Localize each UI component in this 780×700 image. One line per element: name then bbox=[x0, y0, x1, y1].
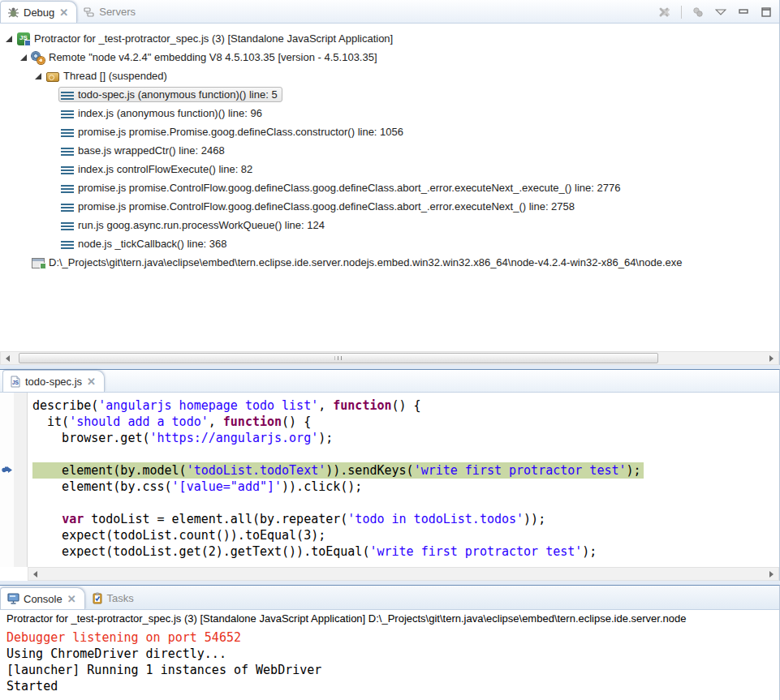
tab-label: Servers bbox=[99, 6, 136, 18]
tasks-clipboard-icon bbox=[92, 592, 103, 604]
stack-frame-icon bbox=[61, 129, 74, 137]
tree-item[interactable]: promise.js promise.Promise.goog.defineCl… bbox=[0, 122, 779, 141]
tree-item[interactable]: Thread [] (suspended) bbox=[0, 67, 779, 85]
tree-item-content: Protractor for _test-protractor_spec.js … bbox=[15, 31, 398, 47]
close-icon[interactable]: ✕ bbox=[58, 7, 69, 18]
annotation-ruler[interactable] bbox=[0, 393, 14, 567]
debug-view: Debug ✕ Servers bbox=[0, 0, 780, 365]
debug-horizontal-scrollbar[interactable] bbox=[0, 351, 779, 365]
minimize-icon[interactable] bbox=[735, 4, 752, 20]
tree-item[interactable]: D:\_Projects\git\tern.java\eclipse\embed… bbox=[0, 253, 779, 272]
tab-todo-spec-js[interactable]: JS todo-spec.js ✕ bbox=[2, 370, 105, 392]
console-line: Debugger listening on port 54652 bbox=[6, 629, 779, 646]
scroll-left-arrow-icon[interactable] bbox=[28, 568, 42, 580]
editor-horizontal-scrollbar[interactable] bbox=[28, 567, 779, 581]
debug-current-instruction-pointer-icon bbox=[2, 466, 13, 475]
scroll-right-arrow-icon[interactable] bbox=[765, 352, 778, 364]
tree-item[interactable]: index.js (anonymous function)() line: 96 bbox=[0, 104, 779, 122]
tree-item-content: run.js goog.async.run.processWorkQueue()… bbox=[58, 217, 330, 233]
console-monitor-icon bbox=[7, 593, 19, 604]
tree-item[interactable]: base.js wrappedCtr() line: 2468 bbox=[0, 141, 779, 160]
folding-ruler[interactable] bbox=[14, 393, 28, 567]
stack-frame-icon bbox=[61, 204, 74, 212]
code-line: element(by.css('[value="add"]')).click()… bbox=[32, 479, 779, 495]
code-line: element(by.model('todoList.todoText')).s… bbox=[32, 462, 779, 479]
tree-item[interactable]: promise.js promise.ControlFlow.goog.defi… bbox=[0, 178, 779, 197]
tab-label: Debug bbox=[24, 6, 54, 19]
tree-item-label: promise.js promise.ControlFlow.goog.defi… bbox=[78, 182, 620, 194]
code-line: describe('angularjs homepage todo list',… bbox=[32, 397, 779, 414]
tree-item-label: Remote "node v4.2.4" embedding V8 4.5.10… bbox=[49, 51, 377, 63]
debug-launch-tree[interactable]: Protractor for _test-protractor_spec.js … bbox=[0, 24, 779, 351]
tree-item[interactable]: Protractor for _test-protractor_spec.js … bbox=[0, 29, 779, 48]
console-output[interactable]: Debugger listening on port 54652Using Ch… bbox=[0, 628, 779, 694]
tree-item-content: todo-spec.js (anonymous function)() line… bbox=[58, 87, 282, 102]
editor-body: describe('angularjs homepage todo list',… bbox=[0, 393, 779, 567]
tree-item-content: promise.js promise.ControlFlow.goog.defi… bbox=[58, 199, 580, 214]
scrollbar-grip-icon bbox=[335, 356, 343, 360]
tree-item-label: index.js (anonymous function)() line: 96 bbox=[78, 107, 262, 119]
tree-item-content: promise.js promise.Promise.goog.defineCl… bbox=[58, 124, 408, 140]
tree-item[interactable]: todo-spec.js (anonymous function)() line… bbox=[0, 85, 779, 104]
close-icon[interactable]: ✕ bbox=[67, 594, 77, 604]
twistie-placeholder bbox=[49, 183, 58, 193]
tree-item[interactable]: node.js _tickCallback() line: 368 bbox=[0, 234, 779, 253]
tab-tasks[interactable]: Tasks bbox=[85, 587, 141, 609]
expand-arrow-icon[interactable] bbox=[5, 34, 15, 44]
tree-item-label: base.js wrappedCtr() line: 2468 bbox=[78, 144, 225, 157]
stack-frame-icon bbox=[61, 222, 74, 230]
remote-process-icon bbox=[32, 51, 45, 64]
twistie-placeholder bbox=[49, 221, 58, 230]
expand-arrow-icon[interactable] bbox=[34, 71, 44, 81]
code-line-text: expect(todoList.count()).toEqual(3); bbox=[32, 527, 325, 543]
current-instruction-line: element(by.model('todoList.todoText')).s… bbox=[32, 462, 644, 479]
code-line: var todoList = element.all(by.repeater('… bbox=[32, 511, 779, 527]
console-process-description: Protractor for _test-protractor_spec.js … bbox=[0, 610, 779, 628]
toolbar-separator bbox=[681, 6, 682, 19]
disconnect-icon[interactable] bbox=[690, 4, 706, 20]
twistie-placeholder bbox=[49, 146, 58, 156]
tab-debug[interactable]: Debug ✕ bbox=[0, 1, 77, 23]
view-menu-icon[interactable] bbox=[713, 4, 729, 20]
scroll-right-arrow-icon[interactable] bbox=[765, 568, 778, 580]
tree-item[interactable]: Remote "node v4.2.4" embedding V8 4.5.10… bbox=[0, 48, 779, 67]
code-line bbox=[32, 495, 779, 511]
tree-item-label: Protractor for _test-protractor_spec.js … bbox=[34, 32, 393, 45]
tree-item[interactable]: promise.js promise.ControlFlow.goog.defi… bbox=[0, 197, 779, 216]
tree-item-content: promise.js promise.ControlFlow.goog.defi… bbox=[58, 180, 625, 195]
tree-item-content: base.js wrappedCtr() line: 2468 bbox=[58, 143, 230, 158]
stack-frame-icon bbox=[61, 241, 74, 249]
code-line-text: describe('angularjs homepage todo list',… bbox=[32, 397, 421, 414]
scrollbar-thumb[interactable] bbox=[19, 353, 658, 363]
tree-item-label: promise.js promise.ControlFlow.goog.defi… bbox=[78, 200, 575, 213]
tree-item-content: index.js (anonymous function)() line: 96 bbox=[58, 105, 267, 121]
twistie-placeholder bbox=[19, 258, 29, 268]
console-line: [launcher] Running 1 instances of WebDri… bbox=[6, 662, 779, 678]
expand-arrow-icon[interactable] bbox=[19, 53, 29, 62]
servers-icon bbox=[84, 6, 95, 18]
tab-label: Console bbox=[24, 593, 62, 605]
scroll-left-arrow-icon[interactable] bbox=[1, 352, 15, 364]
tree-item-label: Thread [] (suspended) bbox=[63, 70, 167, 82]
maximize-icon[interactable] bbox=[758, 4, 774, 20]
tree-item[interactable]: run.js goog.async.run.processWorkQueue()… bbox=[0, 216, 779, 234]
twistie-placeholder bbox=[49, 239, 58, 249]
tree-item-label: node.js _tickCallback() line: 368 bbox=[78, 238, 227, 250]
tree-item-label: D:\_Projects\git\tern.java\eclipse\embed… bbox=[49, 256, 682, 268]
tree-item-label: todo-spec.js (anonymous function)() line… bbox=[78, 88, 278, 101]
tree-item-content: D:\_Projects\git\tern.java\eclipse\embed… bbox=[29, 255, 687, 270]
tab-label: Tasks bbox=[107, 592, 134, 604]
console-tabbar: Console ✕ Tasks bbox=[0, 586, 779, 610]
code-line-text: var todoList = element.all(by.repeater('… bbox=[32, 511, 545, 527]
tab-servers[interactable]: Servers bbox=[77, 1, 143, 23]
remove-all-terminated-icon[interactable] bbox=[657, 4, 673, 20]
code-editor[interactable]: describe('angularjs homepage todo list',… bbox=[28, 393, 779, 567]
debug-view-tabbar: Debug ✕ Servers bbox=[0, 0, 779, 24]
tab-console[interactable]: Console ✕ bbox=[0, 587, 85, 609]
close-icon[interactable]: ✕ bbox=[86, 376, 97, 387]
stack-frame-icon bbox=[61, 166, 74, 174]
code-line: browser.get('https://angularjs.org'); bbox=[32, 430, 779, 446]
thread-icon bbox=[46, 72, 59, 82]
tree-item[interactable]: index.js controlFlowExecute() line: 82 bbox=[0, 160, 779, 178]
code-line: expect(todoList.count()).toEqual(3); bbox=[32, 527, 779, 543]
